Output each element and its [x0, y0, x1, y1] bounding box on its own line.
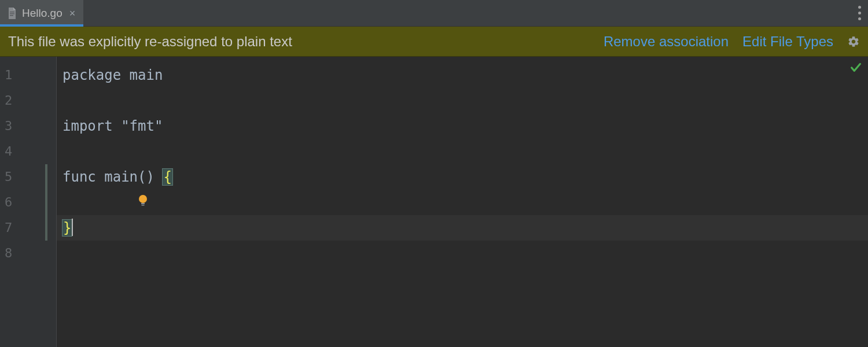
line-number[interactable]: 1: [0, 62, 29, 88]
line-number[interactable]: 4: [0, 139, 29, 164]
line-number[interactable]: 8: [0, 241, 29, 266]
gear-icon[interactable]: [847, 35, 860, 48]
edit-file-types-link[interactable]: Edit File Types: [742, 34, 833, 50]
code-line: package main: [57, 62, 868, 88]
svg-rect-5: [141, 205, 144, 206]
svg-rect-4: [141, 203, 145, 204]
fold-strip: [29, 57, 57, 347]
svg-rect-2: [10, 15, 13, 16]
inspection-ok-icon[interactable]: [849, 61, 862, 77]
tab-filename: Hello.go: [22, 7, 62, 20]
notification-message: This file was explicitly re-assigned to …: [8, 34, 590, 50]
editor-area: 1 2 3 4 5 6 7 8 package main import "fmt…: [0, 57, 868, 347]
text-caret: [72, 219, 73, 236]
svg-rect-0: [10, 12, 14, 13]
gutter: 1 2 3 4 5 6 7 8: [0, 57, 29, 347]
svg-rect-1: [10, 13, 14, 14]
tab-bar-menu-icon[interactable]: [858, 0, 861, 26]
code-text-area[interactable]: package main import "fmt" func main() { …: [57, 57, 868, 347]
line-number[interactable]: 6: [0, 190, 29, 215]
remove-association-link[interactable]: Remove association: [604, 34, 729, 50]
fold-region-marker[interactable]: [45, 164, 47, 241]
line-number[interactable]: 3: [0, 113, 29, 139]
code-line: [57, 88, 868, 113]
svg-point-3: [139, 195, 147, 203]
notification-bar: This file was explicitly re-assigned to …: [0, 27, 868, 57]
code-line: func main() {: [57, 164, 868, 190]
close-brace: }: [62, 220, 72, 236]
close-tab-icon[interactable]: ×: [67, 8, 78, 19]
code-line: [57, 139, 868, 164]
code-line: }: [57, 215, 868, 241]
open-brace: {: [163, 169, 172, 185]
line-number[interactable]: 5: [0, 164, 29, 190]
tab-bar: Hello.go ×: [0, 0, 868, 27]
file-tab[interactable]: Hello.go ×: [0, 0, 83, 26]
line-number[interactable]: 2: [0, 88, 29, 113]
code-line: [57, 241, 868, 266]
code-line: fmt.Println("Hello, World!"): [57, 190, 868, 215]
code-line: import "fmt": [57, 113, 868, 139]
line-number[interactable]: 7: [0, 215, 29, 241]
file-icon: [7, 7, 17, 20]
